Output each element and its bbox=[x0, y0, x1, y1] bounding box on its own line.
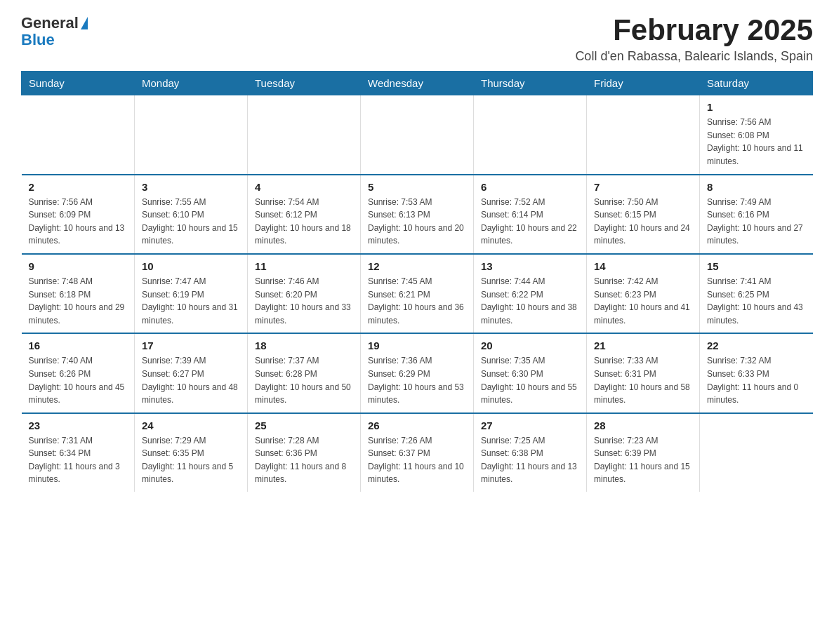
calendar-cell bbox=[361, 95, 474, 175]
day-number: 12 bbox=[368, 260, 466, 272]
calendar-cell: 13Sunrise: 7:44 AMSunset: 6:22 PMDayligh… bbox=[474, 254, 587, 333]
calendar-cell bbox=[587, 95, 700, 175]
day-number: 3 bbox=[142, 181, 240, 193]
day-number: 5 bbox=[368, 181, 466, 193]
day-info: Sunrise: 7:44 AMSunset: 6:22 PMDaylight:… bbox=[481, 275, 579, 327]
calendar-cell: 6Sunrise: 7:52 AMSunset: 6:14 PMDaylight… bbox=[474, 175, 587, 254]
day-number: 19 bbox=[368, 340, 466, 351]
day-number: 14 bbox=[594, 260, 692, 272]
day-number: 8 bbox=[707, 181, 806, 193]
day-info: Sunrise: 7:37 AMSunset: 6:28 PMDaylight:… bbox=[255, 354, 353, 406]
calendar-cell: 23Sunrise: 7:31 AMSunset: 6:34 PMDayligh… bbox=[22, 413, 135, 492]
calendar-cell bbox=[474, 95, 587, 175]
day-info: Sunrise: 7:52 AMSunset: 6:14 PMDaylight:… bbox=[481, 196, 579, 248]
logo: General Blue bbox=[21, 14, 88, 49]
calendar-cell: 18Sunrise: 7:37 AMSunset: 6:28 PMDayligh… bbox=[248, 333, 361, 412]
day-number: 22 bbox=[707, 340, 806, 351]
page-header: General Blue February 2025 Coll d'en Rab… bbox=[21, 14, 813, 64]
day-info: Sunrise: 7:33 AMSunset: 6:31 PMDaylight:… bbox=[594, 354, 692, 406]
weekday-header-row: SundayMondayTuesdayWednesdayThursdayFrid… bbox=[22, 72, 813, 95]
day-number: 2 bbox=[29, 181, 128, 193]
day-number: 15 bbox=[707, 260, 806, 272]
day-info: Sunrise: 7:32 AMSunset: 6:33 PMDaylight:… bbox=[707, 354, 806, 406]
calendar-cell: 5Sunrise: 7:53 AMSunset: 6:13 PMDaylight… bbox=[361, 175, 474, 254]
calendar-cell: 15Sunrise: 7:41 AMSunset: 6:25 PMDayligh… bbox=[700, 254, 813, 333]
day-number: 28 bbox=[594, 420, 692, 431]
day-info: Sunrise: 7:45 AMSunset: 6:21 PMDaylight:… bbox=[368, 275, 466, 327]
day-info: Sunrise: 7:48 AMSunset: 6:18 PMDaylight:… bbox=[29, 275, 128, 327]
calendar-cell: 2Sunrise: 7:56 AMSunset: 6:09 PMDaylight… bbox=[22, 175, 135, 254]
calendar-cell: 16Sunrise: 7:40 AMSunset: 6:26 PMDayligh… bbox=[22, 333, 135, 412]
day-info: Sunrise: 7:42 AMSunset: 6:23 PMDaylight:… bbox=[594, 275, 692, 327]
calendar-cell: 17Sunrise: 7:39 AMSunset: 6:27 PMDayligh… bbox=[135, 333, 248, 412]
calendar-cell: 11Sunrise: 7:46 AMSunset: 6:20 PMDayligh… bbox=[248, 254, 361, 333]
calendar-cell: 25Sunrise: 7:28 AMSunset: 6:36 PMDayligh… bbox=[248, 413, 361, 492]
day-info: Sunrise: 7:23 AMSunset: 6:39 PMDaylight:… bbox=[594, 434, 692, 486]
calendar-cell: 20Sunrise: 7:35 AMSunset: 6:30 PMDayligh… bbox=[474, 333, 587, 412]
calendar-week-row: 9Sunrise: 7:48 AMSunset: 6:18 PMDaylight… bbox=[22, 254, 813, 333]
day-number: 21 bbox=[594, 340, 692, 351]
day-number: 23 bbox=[29, 420, 128, 431]
day-number: 4 bbox=[255, 181, 353, 193]
day-number: 10 bbox=[142, 260, 240, 272]
logo-blue-text: Blue bbox=[21, 31, 55, 49]
day-info: Sunrise: 7:25 AMSunset: 6:38 PMDaylight:… bbox=[481, 434, 579, 486]
weekday-header-monday: Monday bbox=[135, 72, 248, 95]
day-number: 16 bbox=[29, 340, 128, 351]
day-number: 17 bbox=[142, 340, 240, 351]
day-number: 9 bbox=[29, 260, 128, 272]
day-number: 26 bbox=[368, 420, 466, 431]
calendar-cell bbox=[135, 95, 248, 175]
day-number: 20 bbox=[481, 340, 579, 351]
day-info: Sunrise: 7:50 AMSunset: 6:15 PMDaylight:… bbox=[594, 196, 692, 248]
day-info: Sunrise: 7:53 AMSunset: 6:13 PMDaylight:… bbox=[368, 196, 466, 248]
month-title: February 2025 bbox=[575, 14, 813, 46]
logo-triangle-icon bbox=[81, 17, 88, 29]
title-area: February 2025 Coll d'en Rabassa, Baleari… bbox=[575, 14, 813, 64]
weekday-header-wednesday: Wednesday bbox=[361, 72, 474, 95]
calendar-week-row: 2Sunrise: 7:56 AMSunset: 6:09 PMDaylight… bbox=[22, 175, 813, 254]
day-info: Sunrise: 7:54 AMSunset: 6:12 PMDaylight:… bbox=[255, 196, 353, 248]
calendar-cell: 21Sunrise: 7:33 AMSunset: 6:31 PMDayligh… bbox=[587, 333, 700, 412]
weekday-header-thursday: Thursday bbox=[474, 72, 587, 95]
weekday-header-friday: Friday bbox=[587, 72, 700, 95]
calendar-cell: 22Sunrise: 7:32 AMSunset: 6:33 PMDayligh… bbox=[700, 333, 813, 412]
day-number: 13 bbox=[481, 260, 579, 272]
calendar-cell bbox=[700, 413, 813, 492]
calendar-cell: 19Sunrise: 7:36 AMSunset: 6:29 PMDayligh… bbox=[361, 333, 474, 412]
weekday-header-tuesday: Tuesday bbox=[248, 72, 361, 95]
day-info: Sunrise: 7:29 AMSunset: 6:35 PMDaylight:… bbox=[142, 434, 240, 486]
calendar-cell bbox=[248, 95, 361, 175]
weekday-header-saturday: Saturday bbox=[700, 72, 813, 95]
day-info: Sunrise: 7:40 AMSunset: 6:26 PMDaylight:… bbox=[29, 354, 128, 406]
day-number: 27 bbox=[481, 420, 579, 431]
location-text: Coll d'en Rabassa, Balearic Islands, Spa… bbox=[575, 49, 813, 64]
day-info: Sunrise: 7:26 AMSunset: 6:37 PMDaylight:… bbox=[368, 434, 466, 486]
calendar-cell bbox=[22, 95, 135, 175]
day-info: Sunrise: 7:28 AMSunset: 6:36 PMDaylight:… bbox=[255, 434, 353, 486]
day-number: 6 bbox=[481, 181, 579, 193]
calendar-week-row: 16Sunrise: 7:40 AMSunset: 6:26 PMDayligh… bbox=[22, 333, 813, 412]
calendar-cell: 7Sunrise: 7:50 AMSunset: 6:15 PMDaylight… bbox=[587, 175, 700, 254]
calendar-cell: 8Sunrise: 7:49 AMSunset: 6:16 PMDaylight… bbox=[700, 175, 813, 254]
calendar-cell: 28Sunrise: 7:23 AMSunset: 6:39 PMDayligh… bbox=[587, 413, 700, 492]
calendar-cell: 3Sunrise: 7:55 AMSunset: 6:10 PMDaylight… bbox=[135, 175, 248, 254]
day-number: 11 bbox=[255, 260, 353, 272]
calendar-cell: 12Sunrise: 7:45 AMSunset: 6:21 PMDayligh… bbox=[361, 254, 474, 333]
calendar-cell: 4Sunrise: 7:54 AMSunset: 6:12 PMDaylight… bbox=[248, 175, 361, 254]
calendar-week-row: 1Sunrise: 7:56 AMSunset: 6:08 PMDaylight… bbox=[22, 95, 813, 175]
day-info: Sunrise: 7:55 AMSunset: 6:10 PMDaylight:… bbox=[142, 196, 240, 248]
day-number: 7 bbox=[594, 181, 692, 193]
day-number: 18 bbox=[255, 340, 353, 351]
calendar-table: SundayMondayTuesdayWednesdayThursdayFrid… bbox=[21, 71, 813, 492]
day-number: 1 bbox=[707, 101, 806, 113]
calendar-cell: 26Sunrise: 7:26 AMSunset: 6:37 PMDayligh… bbox=[361, 413, 474, 492]
calendar-week-row: 23Sunrise: 7:31 AMSunset: 6:34 PMDayligh… bbox=[22, 413, 813, 492]
day-info: Sunrise: 7:56 AMSunset: 6:08 PMDaylight:… bbox=[707, 116, 806, 168]
day-info: Sunrise: 7:41 AMSunset: 6:25 PMDaylight:… bbox=[707, 275, 806, 327]
day-info: Sunrise: 7:35 AMSunset: 6:30 PMDaylight:… bbox=[481, 354, 579, 406]
day-info: Sunrise: 7:49 AMSunset: 6:16 PMDaylight:… bbox=[707, 196, 806, 248]
day-info: Sunrise: 7:31 AMSunset: 6:34 PMDaylight:… bbox=[29, 434, 128, 486]
day-info: Sunrise: 7:36 AMSunset: 6:29 PMDaylight:… bbox=[368, 354, 466, 406]
day-number: 25 bbox=[255, 420, 353, 431]
